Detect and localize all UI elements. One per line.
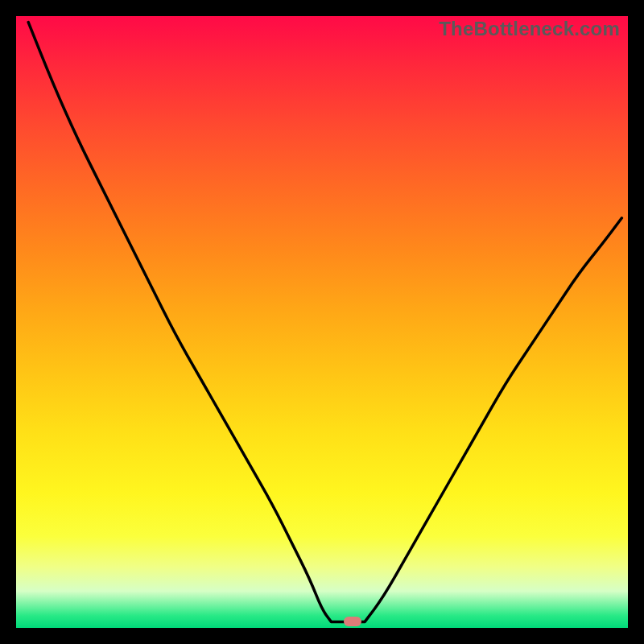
chart-container: TheBottleneck.com (0, 0, 644, 644)
bottleneck-curve (16, 16, 628, 628)
optimal-point-marker (344, 617, 361, 626)
plot-area: TheBottleneck.com (16, 16, 628, 628)
